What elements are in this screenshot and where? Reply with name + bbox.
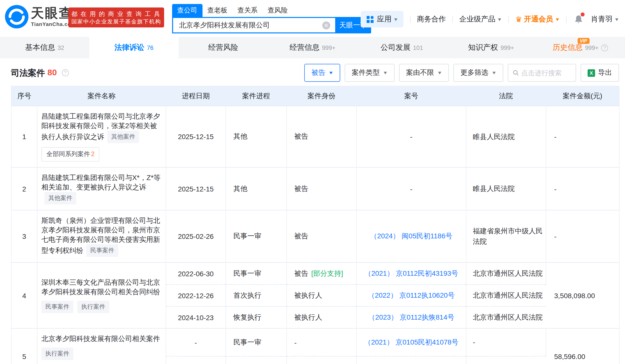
case-identity: 被告[部分支持]	[287, 263, 356, 284]
case-number-link[interactable]: （2022） 京0112执10620号	[368, 291, 455, 299]
chevron-down-icon: ▼	[614, 17, 619, 22]
search-tab-3[interactable]: 查关系	[232, 4, 263, 17]
case-number-link[interactable]: （2024） 闽05民初1186号	[370, 232, 452, 240]
case-name-cell: 深圳木奉三每文化产品有限公司与北京孝夕阳科技发展有限公司相关合同纠纷民事案件执行…	[37, 263, 166, 328]
menu-vip[interactable]: ♛开通会员▼	[515, 14, 559, 24]
tab-1[interactable]: 基本信息32	[0, 37, 89, 58]
case-number: -	[356, 106, 466, 167]
section-header: 司法案件 80 ? 被告▼ 案件类型▼ 案由不限▼ 更多筛选▼ X导出	[11, 64, 619, 82]
court: 北京市通州区人民法院	[466, 263, 546, 284]
table-search[interactable]	[508, 64, 576, 82]
export-button[interactable]: X导出	[581, 64, 619, 82]
tab-label: 经营风险	[208, 43, 238, 52]
vip-badge: VIP	[577, 38, 590, 44]
case-index: 5	[11, 328, 37, 364]
logo[interactable]: 天眼查 TianYanCha.com	[5, 5, 76, 28]
case-amount: 3,508,098.00	[546, 263, 619, 328]
search-tab-4[interactable]: 查风险	[263, 4, 293, 17]
section-title: 司法案件	[11, 67, 45, 79]
search-input[interactable]	[179, 21, 322, 29]
chevron-down-icon: ▼	[328, 70, 334, 75]
tab-5[interactable]: 公司发展101	[357, 37, 446, 58]
table-row: 1昌陆建筑工程集团有限公司与北京孝夕阳科技发展有限公司，张某2等相关被执行人执行…	[11, 106, 619, 167]
table-search-input[interactable]	[521, 69, 571, 77]
case-number-link[interactable]: （2021） 京0112民初43193号	[364, 269, 458, 277]
help-icon[interactable]: ?	[62, 69, 69, 76]
case-name-cell: 北京孝夕阳科技发展有限公司相关案件执行案件全部同系列案件11	[37, 328, 166, 364]
help-icon: ?	[601, 44, 608, 51]
apps-menu[interactable]: 应用▼	[361, 11, 404, 27]
divider	[410, 16, 411, 23]
series-cases-button[interactable]: 全部同系列案件2	[41, 147, 100, 162]
court: 睢县人民法院	[466, 167, 546, 210]
filter-role[interactable]: 被告▼	[305, 64, 340, 82]
progress-date: 2022-06-30	[166, 263, 226, 284]
search-icon	[513, 69, 519, 76]
tab-count: 999+	[501, 44, 514, 51]
user-menu[interactable]: 肖青羽▼	[591, 14, 619, 24]
case-name[interactable]: 昌陆建筑工程集团有限公司与X*，Z*等相关追加、变更被执行人异议之诉其他案件	[41, 174, 161, 202]
search-tabs: 查公司查老板查关系查风险	[172, 4, 371, 17]
column-header: 序号	[11, 86, 37, 106]
tab-3[interactable]: 经营风险	[179, 37, 268, 58]
case-amount: -	[546, 167, 619, 210]
column-header: 法院	[466, 86, 546, 106]
table-row: 2昌陆建筑工程集团有限公司与X*，Z*等相关追加、变更被执行人异议之诉其他案件2…	[11, 167, 619, 210]
tab-2[interactable]: 法律诉讼76	[89, 37, 179, 58]
clear-search-icon[interactable]: ✕	[322, 21, 330, 29]
court: -	[466, 328, 546, 356]
case-tag: 其他案件	[107, 131, 139, 143]
case-progress: 首次执行	[226, 284, 287, 306]
crown-icon: ♛	[515, 15, 522, 24]
notification-dot	[580, 12, 584, 16]
case-number-link[interactable]: （2021） 京0105民初41078号	[364, 338, 458, 346]
tab-label: 历史信息	[553, 43, 583, 52]
case-name[interactable]: 深圳木奉三每文化产品有限公司与北京孝夕阳科技发展有限公司相关合同纠纷	[41, 278, 160, 296]
court: 北京市朝阳区人民法院	[466, 356, 546, 364]
case-name[interactable]: 北京孝夕阳科技发展有限公司相关案件	[41, 335, 160, 343]
menu-business-cooperation[interactable]: 商务合作	[417, 14, 446, 24]
case-identity: 被告	[287, 167, 356, 210]
tab-6[interactable]: 知识产权999+	[446, 37, 536, 58]
notification-bell-icon[interactable]	[574, 14, 583, 24]
filter-cause[interactable]: 案由不限▼	[399, 64, 449, 82]
company-nav-tabs: 基本信息32法律诉讼76经营风险经营信息999+公司发展101知识产权999+历…	[0, 37, 625, 58]
tab-count: 999+	[585, 44, 599, 51]
case-index: 3	[11, 210, 37, 263]
case-name[interactable]: 昌陆建筑工程集团有限公司与北京孝夕阳科技发展有限公司，张某2等相关被执行人执行异…	[41, 112, 160, 141]
table-header-row: 序号案件名称进程日期案件进程案件身份案号法院案件金额(元)	[11, 86, 619, 106]
tab-count: 32	[58, 44, 64, 51]
case-tag: 民事案件	[86, 244, 118, 257]
case-name[interactable]: 斯凯奇（泉州）企业管理有限公司与北京孝夕阳科技发展有限公司，泉州市京七电子商务有…	[41, 216, 160, 254]
case-number: （2023） 京0105执34675号	[356, 356, 466, 364]
column-header: 案件身份	[287, 86, 356, 106]
promo-line2: 国家中小企业发展子基金旗下机构	[71, 18, 161, 25]
search-input-wrap: ✕	[172, 17, 335, 33]
case-amount: -	[546, 210, 619, 263]
filter-more[interactable]: 更多筛选▼	[453, 64, 503, 82]
table-row: 4深圳木奉三每文化产品有限公司与北京孝夕阳科技发展有限公司相关合同纠纷民事案件执…	[11, 263, 619, 284]
chevron-down-icon: ▼	[437, 70, 442, 75]
progress-date: 2025-02-26	[166, 210, 226, 263]
case-progress: 民事一审	[226, 210, 287, 263]
case-identity: 被执行人	[287, 306, 356, 328]
judgement-result: [部分支持]	[311, 269, 343, 277]
tab-7[interactable]: 历史信息999+?VIP	[536, 37, 625, 58]
menu-enterprise-products[interactable]: 企业级产品▼	[459, 14, 502, 24]
case-tags: 民事案件执行案件	[41, 301, 163, 313]
tab-count: 999+	[322, 44, 335, 51]
case-number-link[interactable]: （2023） 京0112执恢814号	[368, 313, 454, 321]
tab-label: 知识产权	[468, 43, 498, 52]
table-row: 3斯凯奇（泉州）企业管理有限公司与北京孝夕阳科技发展有限公司，泉州市京七电子商务…	[11, 210, 619, 263]
search-tab-2[interactable]: 查老板	[202, 4, 232, 17]
case-name-cell: 斯凯奇（泉州）企业管理有限公司与北京孝夕阳科技发展有限公司，泉州市京七电子商务有…	[37, 210, 166, 263]
column-header: 案号	[356, 86, 466, 106]
search-tab-1[interactable]: 查公司	[172, 4, 202, 17]
tab-4[interactable]: 经营信息999+	[268, 37, 357, 58]
column-header: 案件金额(元)	[546, 86, 619, 106]
court: 睢县人民法院	[466, 106, 546, 167]
court: 北京市通州区人民法院	[466, 284, 546, 306]
filter-case-type[interactable]: 案件类型▼	[345, 64, 395, 82]
tab-label: 公司发展	[381, 43, 411, 52]
case-index: 4	[11, 263, 37, 328]
